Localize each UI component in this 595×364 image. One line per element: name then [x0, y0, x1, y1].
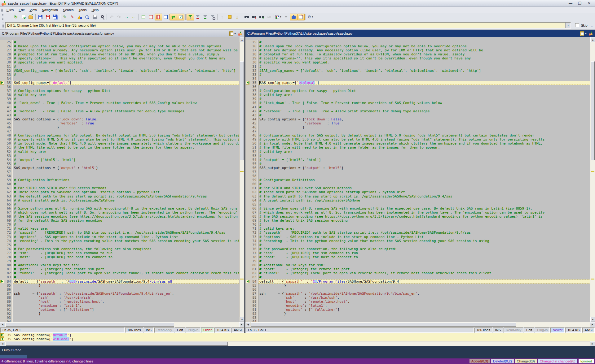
code-line[interactable]: 41#	[245, 105, 590, 109]
code-line[interactable]: 70#	[0, 223, 239, 227]
code-line[interactable]: 70#	[245, 223, 590, 227]
code-line[interactable]: 64# A usual install path is: /opt/sasins…	[0, 198, 239, 202]
minimize-button[interactable]: —	[566, 1, 575, 6]
code-line[interactable]: 92 }	[245, 312, 590, 316]
code-line[interactable]: 37# Configuration options for saspy - py…	[245, 89, 590, 93]
scroll-down-arrow[interactable]: ▼	[590, 317, 595, 322]
code-line[interactable]: 54# 'output' = ['html5', 'html']	[245, 158, 590, 162]
code-line[interactable]: 38# valid key are:	[0, 93, 239, 97]
current-diff-selector[interactable]: Diff 1: Change 1 line (35, first file) t…	[5, 22, 571, 28]
code-line[interactable]: 47	[0, 129, 239, 133]
code-line[interactable]: 87ssh = {'saspath' : '/opt/sasinside/SAS…	[0, 292, 239, 296]
swap-panes-button[interactable]: ⇄	[170, 14, 177, 20]
code-line[interactable]: 27# that are defined already. Any necess…	[245, 48, 590, 52]
code-line[interactable]: 68# the SAS session encoding (see https:…	[245, 214, 590, 219]
code-line[interactable]: 26# Based upon the lock_down configurati…	[0, 44, 239, 48]
view-layout-button[interactable]: ▼	[275, 14, 282, 20]
code-line[interactable]: 78# 'host' - [REQUIRED] the host to conn…	[0, 255, 239, 259]
code-line[interactable]: 86	[245, 288, 590, 292]
refresh-files-button[interactable]	[20, 14, 27, 20]
code-line[interactable]: 45 'verbose' : True	[0, 121, 239, 125]
code-line[interactable]: 84default = {'saspath' : '/opt/sasinside…	[0, 280, 239, 284]
menu-view[interactable]: View	[27, 7, 39, 12]
code-line[interactable]: 72# 'saspath' - [REQUIRED] path to SAS s…	[0, 231, 239, 235]
code-line[interactable]: 63# The default path to the sas start up…	[0, 194, 239, 198]
code-line[interactable]: 83#	[0, 275, 239, 279]
code-line[interactable]: 35SAS_config_names=['default']	[0, 81, 239, 85]
scroll-thumb[interactable]	[6, 323, 174, 327]
header-dropdown-icon[interactable]: ▼	[585, 32, 587, 35]
filter-all-button[interactable]	[187, 14, 194, 20]
code-line[interactable]: 46 }	[245, 125, 590, 129]
show-different-lines-button[interactable]	[147, 14, 155, 20]
maximize-button[interactable]: ❐	[575, 1, 584, 6]
second-file-horizontal-scrollbar[interactable]: ◀▶	[245, 322, 595, 327]
code-line[interactable]: 52# valid key are:	[0, 150, 239, 154]
code-line[interactable]: 71# valid keys are:	[245, 227, 590, 231]
code-line[interactable]: 58	[0, 174, 239, 178]
code-line[interactable]: 54# 'output' = ['html5', 'html']	[0, 158, 239, 162]
code-line[interactable]: 79#	[0, 259, 239, 263]
output-pane-tab[interactable]	[0, 355, 27, 358]
scroll-up-arrow[interactable]: ▲	[590, 37, 595, 42]
comparison-options-button[interactable]	[177, 14, 184, 20]
code-line[interactable]: 34	[0, 77, 239, 81]
code-line[interactable]: 68# the SAS session encoding (see https:…	[0, 214, 239, 219]
code-line[interactable]: 32#SAS_config_names = ['default', 'ssh',…	[245, 69, 590, 73]
code-line[interactable]: 40# 'lock_down' - True | False. True = P…	[0, 101, 239, 105]
code-line[interactable]: 74# 'encoding' - This is the python enco…	[245, 239, 590, 243]
scroll-left-arrow[interactable]: ◀	[0, 322, 5, 327]
code-line[interactable]: 86	[0, 288, 239, 292]
filter-search-button[interactable]	[209, 14, 216, 20]
code-line[interactable]: 42# 'verbose' - True | False. True = All…	[245, 109, 590, 113]
find-previous-button[interactable]	[250, 14, 258, 20]
save-first-file-button[interactable]	[37, 14, 44, 20]
code-line[interactable]: 25#	[0, 40, 239, 44]
compare-files-button[interactable]	[5, 14, 12, 20]
code-line[interactable]: 74# 'encoding' - This is the python enco…	[0, 239, 239, 243]
code-line[interactable]: 91 'options' : ["-fullstimer"]	[245, 308, 590, 312]
toolbar-overflow-icon[interactable]: ⌄	[591, 24, 593, 28]
code-line[interactable]: 60#	[245, 182, 590, 186]
code-line[interactable]: 88 'ssh' : '/usr/bin/ssh',	[0, 296, 239, 300]
scroll-track[interactable]	[250, 322, 590, 327]
code-line[interactable]: 44SAS_config_options = {'lock_down': Fal…	[245, 117, 590, 121]
code-line[interactable]: 48# Configuration options for SAS output…	[245, 133, 590, 137]
copy-block-left-button[interactable]: ←	[130, 14, 138, 20]
toolbar-grip[interactable]	[2, 14, 3, 20]
html-report-button[interactable]	[83, 14, 91, 20]
code-line[interactable]: 51# the HTML file will need to be put in…	[0, 145, 239, 150]
combo-dropdown-icon[interactable]: ▼	[565, 23, 571, 28]
code-line[interactable]: 50# in local mode. Note that HTML 4.0 wi…	[245, 141, 590, 145]
code-line[interactable]: 35SAS_config_names=['winlocal']	[245, 81, 590, 85]
code-line[interactable]: 89 'host' : 'remote.linux.host',	[245, 300, 590, 304]
code-line[interactable]: 51# the HTML file will need to be put in…	[245, 145, 590, 150]
scroll-right-arrow[interactable]: ▶	[590, 322, 595, 327]
filter-deleted-button[interactable]	[194, 14, 201, 20]
code-line[interactable]: 89 'host' : 'remote.linux.host',	[0, 300, 239, 304]
code-line[interactable]: 71# valid keys are:	[0, 227, 239, 231]
undo-button[interactable]: ↶	[108, 14, 115, 20]
show-identical-lines-button[interactable]	[140, 14, 147, 20]
code-line[interactable]: 65#	[0, 202, 239, 206]
code-line[interactable]: 37# Configuration options for saspy - py…	[0, 89, 239, 93]
code-line[interactable]: 34	[245, 77, 590, 81]
scroll-left-arrow[interactable]: ◀	[245, 322, 250, 327]
code-line[interactable]: 93	[0, 316, 239, 320]
code-line[interactable]: 59# Configuration Definitions	[0, 178, 239, 182]
code-line[interactable]: 56SAS_output_options = {'output' : 'html…	[0, 166, 239, 170]
code-line[interactable]: 85 }	[245, 284, 590, 288]
save-second-file-button[interactable]	[44, 14, 51, 20]
scroll-track[interactable]	[5, 341, 590, 346]
scroll-thumb[interactable]	[591, 61, 595, 160]
code-line[interactable]: 69# for the default Unix SAS session enc…	[0, 219, 239, 223]
copy-block-right-button[interactable]: →	[123, 14, 130, 20]
code-line[interactable]: 76# For passwordless ssh connection, the…	[245, 247, 590, 251]
code-line[interactable]: 61# For STDIO and STDIO over SSH access …	[245, 186, 590, 190]
code-line[interactable]: 44SAS_config_options = {'lock_down': Fal…	[0, 117, 239, 121]
second-file-vertical-scrollbar[interactable]: ▲▼	[590, 37, 595, 322]
code-line[interactable]: 49# properly with HTML 5.0 so it can als…	[245, 137, 590, 141]
code-line[interactable]: 84default = {'saspath' : 'C:/Program Fil…	[245, 280, 590, 284]
code-line[interactable]: 48# Configuration options for SAS output…	[0, 133, 239, 137]
code-line[interactable]: 31#	[0, 65, 239, 69]
